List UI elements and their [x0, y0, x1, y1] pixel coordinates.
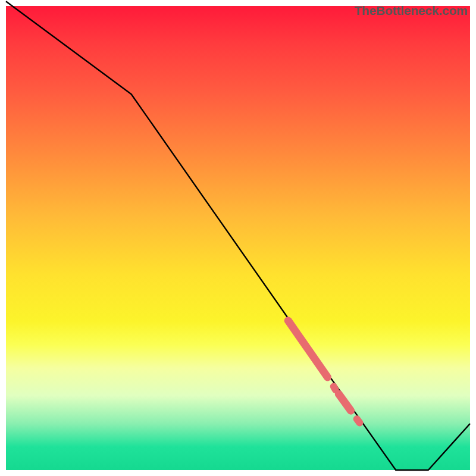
highlight-segment: [339, 394, 350, 411]
bottleneck-line: [6, 1, 470, 470]
chart-svg: [0, 0, 476, 476]
highlight-segment: [288, 321, 327, 377]
highlight-segment: [334, 387, 336, 390]
bottleneck-chart: TheBottleneck.com: [0, 0, 476, 476]
highlight-segment: [357, 419, 360, 422]
